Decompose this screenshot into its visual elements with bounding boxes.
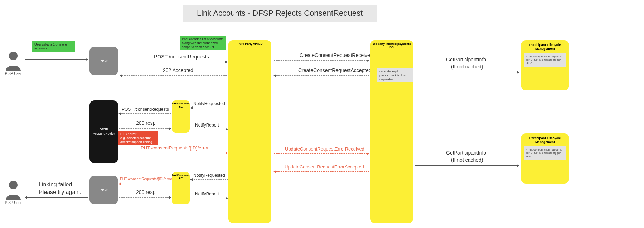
msg-create-received: CreateConsentRequestReceived (300, 52, 373, 58)
msg-update-err-received: UpdateConsentRequestErrorReceived (285, 146, 364, 152)
plm-box-bottom: Participant Lifecycle Management • This … (521, 133, 569, 184)
plm-title-2: Participant Lifecycle Management (524, 136, 566, 144)
arrow-post-consent (120, 62, 227, 62)
msg-notify-requested-2: NotifyRequested (193, 173, 225, 178)
msg-put-error-1: PUT /consentRequests/{ID}/error (141, 145, 209, 151)
pisp-label: PISP (99, 59, 108, 63)
arrow-notify-requested-1 (190, 108, 228, 108)
plm-note-text-1: This configuration happens per DFSP at o… (526, 55, 562, 65)
msg-linking-failed: Linking failed. Please try again. (39, 181, 81, 196)
note-post-contains: Post contains list of accounts along wit… (180, 36, 226, 50)
msg-update-err-accepted: UpdateConsentRequestErrorAccepted (285, 164, 364, 170)
msg-202: 202 Accepted (163, 67, 193, 73)
msg-create-accepted: CreateConsentRequestAccepted (298, 67, 372, 73)
plm-box-top: Participant Lifecycle Management • This … (521, 40, 569, 90)
pisp-user-label-top: PISP User (3, 72, 24, 76)
note-user-selects: User selects 1 or more accounts (32, 41, 75, 52)
plm-title-1: Participant Lifecycle Management (524, 43, 566, 51)
arrow-update-err-accepted (274, 171, 369, 172)
msg-getparticipant-1: GetParticipantInfo (446, 57, 486, 62)
dfsp-box: DFSP Account Holder (89, 100, 118, 163)
plm-note-1: • This configuration happens per DFSP at… (524, 53, 566, 67)
arrow-notify-report-2 (190, 198, 228, 198)
diagram-title: Link Accounts - DFSP Rejects ConsentRequ… (183, 5, 377, 22)
arrow-user-to-pisp (25, 59, 88, 60)
msg-notify-requested-1: NotifyRequested (193, 101, 225, 106)
note-no-state: no state kept pass it back to the reques… (377, 68, 413, 82)
msg-ifnotcached-2: (If not cached) (451, 157, 483, 163)
msg-put-error-2: PUT /consentRequests/{ID}/error (120, 177, 172, 181)
msg-notify-report-2: NotifyReport (195, 191, 219, 196)
pisp-user-icon-bottom (4, 179, 22, 201)
arrow-post-consent-2 (119, 113, 171, 114)
msg-ifnotcached-1: (If not cached) (451, 64, 483, 70)
notifications-bc-label-2: Notifications BC (172, 174, 189, 180)
arrow-notify-requested-2 (190, 179, 228, 180)
arrow-getparticipant-1 (415, 72, 519, 72)
msg-notify-report-1: NotifyReport (195, 123, 219, 128)
arrow-notify-report-1 (190, 129, 228, 129)
arrow-200-2 (119, 197, 171, 198)
arrow-put-error-2 (119, 184, 171, 184)
third-party-payments-bc: 3rd party initiated payments BC (370, 40, 413, 223)
note-dfsp-error: DFSP error: e.g. selected account doesn'… (118, 131, 158, 145)
msg-200-2: 200 resp (136, 189, 155, 195)
arrow-update-err-received (274, 153, 369, 154)
arrow-create-received (274, 60, 369, 61)
arrow-put-error-1 (119, 153, 228, 153)
third-party-api-bc-label: Third Party API BC (228, 40, 271, 46)
pisp-box-top: PISP (89, 47, 118, 75)
third-party-api-bc: Third Party API BC (228, 40, 271, 223)
dfsp-label: DFSP Account Holder (93, 128, 115, 136)
arrow-create-accepted (274, 75, 369, 76)
arrow-getparticipant-2 (415, 165, 519, 166)
notifications-bc-2: Notifications BC (172, 172, 190, 204)
arrow-linking-failed (25, 197, 88, 198)
msg-post-consent-2: POST /consentRequests (122, 107, 169, 112)
arrow-202 (120, 75, 227, 76)
msg-200-1: 200 resp (136, 120, 155, 126)
arrow-200-1 (119, 128, 171, 129)
msg-getparticipant-2: GetParticipantInfo (446, 150, 486, 156)
notifications-bc-1: Notifications BC (172, 100, 190, 133)
plm-note-2: • This configuration happens per DFSP at… (524, 146, 566, 160)
third-party-payments-bc-label: 3rd party initiated payments BC (370, 40, 413, 49)
notifications-bc-label-1: Notifications BC (172, 102, 189, 108)
pisp-label-2: PISP (99, 188, 108, 192)
pisp-user-icon-top (4, 50, 22, 72)
pisp-user-label-bottom: PISP User (3, 201, 24, 205)
msg-post-consent-1: POST /consentRequests (154, 54, 209, 60)
svg-point-0 (9, 52, 18, 60)
pisp-box-bottom: PISP (89, 176, 118, 204)
plm-note-text-2: This configuration happens per DFSP at o… (526, 148, 562, 158)
svg-point-1 (9, 181, 18, 189)
